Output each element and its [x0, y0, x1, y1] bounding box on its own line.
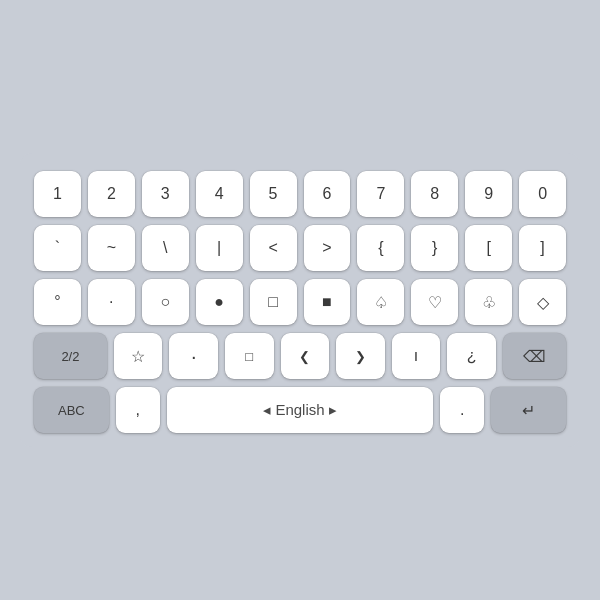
key-language[interactable]: ◂ English ▸	[167, 387, 434, 433]
key-small-period[interactable]: ·	[169, 333, 218, 379]
key-square-filled[interactable]: ■	[304, 279, 351, 325]
key-spade[interactable]: ♤	[357, 279, 404, 325]
key-greater-than[interactable]: >	[304, 225, 351, 271]
key-dotless-i[interactable]: ı	[392, 333, 441, 379]
key-8[interactable]: 8	[411, 171, 458, 217]
key-circle-filled[interactable]: ●	[196, 279, 243, 325]
key-circle-outline[interactable]: ○	[142, 279, 189, 325]
key-0[interactable]: 0	[519, 171, 566, 217]
key-backslash[interactable]: \	[142, 225, 189, 271]
key-middle-dot[interactable]: ·	[88, 279, 135, 325]
key-star[interactable]: ☆	[114, 333, 163, 379]
key-club[interactable]: ♧	[465, 279, 512, 325]
key-tilde[interactable]: ~	[88, 225, 135, 271]
symbol-row-1: ` ~ \ | < > { } [ ]	[34, 225, 566, 271]
key-6[interactable]: 6	[304, 171, 351, 217]
key-comma[interactable]: ,	[116, 387, 160, 433]
key-7[interactable]: 7	[357, 171, 404, 217]
key-left-brace[interactable]: {	[357, 225, 404, 271]
key-right-bracket[interactable]: ]	[519, 225, 566, 271]
key-9[interactable]: 9	[465, 171, 512, 217]
key-backtick[interactable]: `	[34, 225, 81, 271]
key-square-outline[interactable]: □	[250, 279, 297, 325]
key-4[interactable]: 4	[196, 171, 243, 217]
key-small-square[interactable]: □	[225, 333, 274, 379]
key-inverted-question[interactable]: ¿	[447, 333, 496, 379]
bottom-row: ABC , ◂ English ▸ . ↵	[34, 387, 566, 433]
key-heart[interactable]: ♡	[411, 279, 458, 325]
key-period[interactable]: .	[440, 387, 484, 433]
key-backspace[interactable]: ⌫	[503, 333, 566, 379]
number-row: 1 2 3 4 5 6 7 8 9 0	[34, 171, 566, 217]
key-pipe[interactable]: |	[196, 225, 243, 271]
key-degree[interactable]: °	[34, 279, 81, 325]
special-row: 2/2 ☆ · □ ❮ ❯ ı ¿ ⌫	[34, 333, 566, 379]
key-left-bracket[interactable]: [	[465, 225, 512, 271]
key-page-2[interactable]: 2/2	[34, 333, 107, 379]
key-less-than[interactable]: <	[250, 225, 297, 271]
key-5[interactable]: 5	[250, 171, 297, 217]
key-abc[interactable]: ABC	[34, 387, 109, 433]
key-left-chevron[interactable]: ❮	[281, 333, 330, 379]
shapes-row: ° · ○ ● □ ■ ♤ ♡ ♧ ◇	[34, 279, 566, 325]
key-return[interactable]: ↵	[491, 387, 566, 433]
key-3[interactable]: 3	[142, 171, 189, 217]
key-right-chevron[interactable]: ❯	[336, 333, 385, 379]
key-1[interactable]: 1	[34, 171, 81, 217]
key-diamond[interactable]: ◇	[519, 279, 566, 325]
key-right-brace[interactable]: }	[411, 225, 458, 271]
keyboard: 1 2 3 4 5 6 7 8 9 0 ` ~ \ | < > { } [ ] …	[20, 153, 580, 447]
key-2[interactable]: 2	[88, 171, 135, 217]
